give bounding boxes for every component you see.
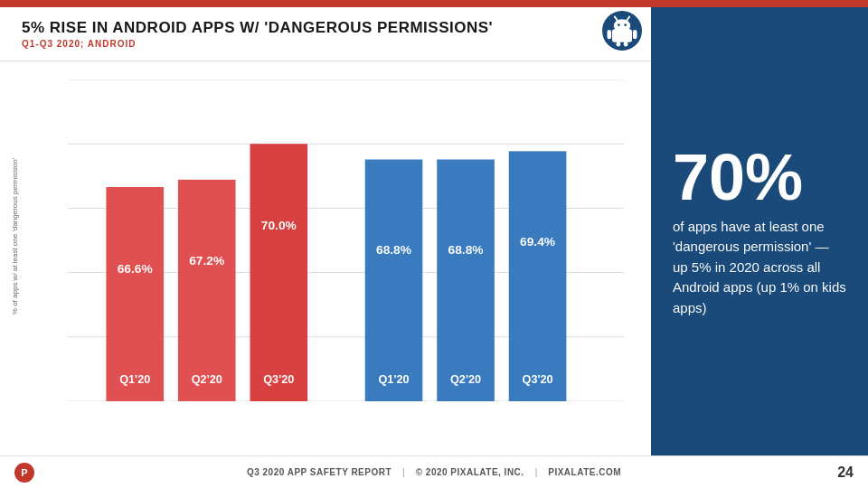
- separator-2: |: [535, 467, 538, 477]
- svg-text:Q3'20: Q3'20: [523, 373, 553, 386]
- footer: P Q3 2020 APP SAFETY REPORT | © 2020 PIX…: [0, 455, 868, 488]
- svg-text:Q2'20: Q2'20: [450, 373, 481, 386]
- svg-point-4: [624, 23, 627, 26]
- y-axis-label-container: % of apps w/ at least one 'dangerous per…: [9, 70, 22, 401]
- website: PIXALATE.COM: [548, 467, 621, 477]
- svg-text:Q1'20: Q1'20: [119, 373, 150, 386]
- svg-text:67.2%: 67.2%: [189, 255, 224, 268]
- svg-rect-7: [608, 30, 612, 39]
- bar-all-q1: [106, 187, 164, 401]
- bar-kids-q1: [365, 159, 423, 401]
- chart-area: % of apps w/ at least one 'dangerous per…: [9, 70, 633, 446]
- svg-rect-10: [624, 42, 628, 47]
- svg-text:Q3'20: Q3'20: [263, 373, 294, 386]
- sidebar-description: of apps have at least one 'dangerous per…: [673, 217, 846, 319]
- chart-inner: 75% 70% 65% 60% 55% 50% 66.6% Q1'20 67.2…: [68, 80, 624, 401]
- subtitle: Q1-Q3 2020; ANDROID: [22, 39, 493, 49]
- svg-text:66.6%: 66.6%: [118, 262, 153, 276]
- svg-point-3: [618, 23, 620, 26]
- top-accent-bar: [0, 0, 868, 7]
- sidebar-percent: 70%: [673, 145, 803, 210]
- chart-svg: 75% 70% 65% 60% 55% 50% 66.6% Q1'20 67.2…: [68, 80, 624, 401]
- separator-1: |: [402, 467, 405, 477]
- svg-text:68.8%: 68.8%: [448, 244, 484, 258]
- bar-all-q2: [178, 180, 236, 401]
- svg-text:Q1'20: Q1'20: [378, 373, 409, 386]
- android-logo: [602, 11, 642, 51]
- svg-text:69.4%: 69.4%: [520, 235, 555, 249]
- svg-text:68.8%: 68.8%: [376, 244, 411, 258]
- page-number: 24: [837, 465, 854, 481]
- main-content: % of apps w/ at least one 'dangerous per…: [0, 61, 651, 455]
- copyright: © 2020 PIXALATE, INC.: [416, 467, 524, 477]
- svg-rect-9: [617, 42, 621, 47]
- svg-text:Q2'20: Q2'20: [192, 373, 222, 386]
- report-title: Q3 2020 APP SAFETY REPORT: [247, 467, 392, 477]
- sidebar: 70% of apps have at least one 'dangerous…: [651, 7, 868, 455]
- svg-rect-8: [633, 30, 637, 39]
- y-axis-label: % of apps w/ at least one 'dangerous per…: [12, 157, 20, 314]
- bar-all-q3: [250, 144, 307, 401]
- svg-text:70.0%: 70.0%: [261, 219, 297, 232]
- pixalate-logo: P: [14, 463, 34, 483]
- bar-kids-q3: [509, 151, 567, 401]
- main-title: 5% RISE IN ANDROID APPS W/ 'DANGEROUS PE…: [22, 19, 493, 37]
- bar-kids-q2: [437, 159, 495, 401]
- header-titles: 5% RISE IN ANDROID APPS W/ 'DANGEROUS PE…: [22, 19, 493, 49]
- svg-point-2: [614, 19, 630, 33]
